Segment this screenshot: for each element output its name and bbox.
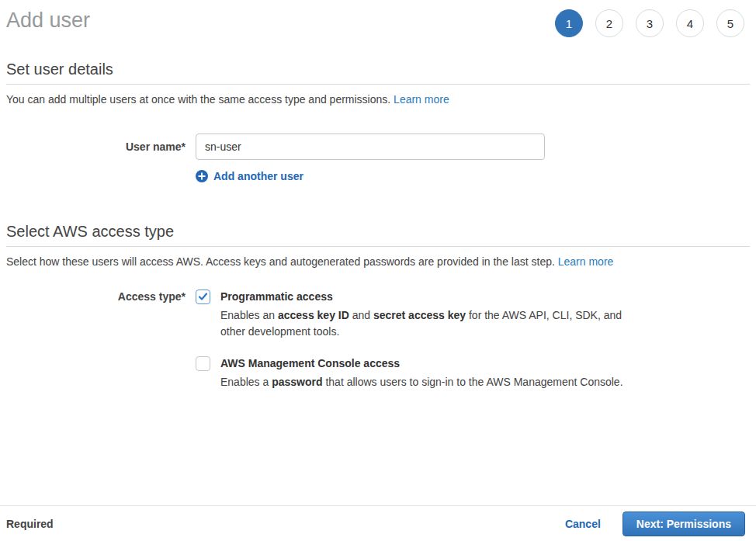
console-access-desc: Enables a password that allows users to … <box>220 374 623 390</box>
desc-fragment: Enables a <box>220 376 272 388</box>
desc-fragment-bold: password <box>272 376 322 388</box>
console-access-title: AWS Management Console access <box>220 356 623 371</box>
console-access-checkbox[interactable] <box>196 356 210 371</box>
footer-action-bar: Required Cancel Next: Permissions <box>0 505 756 541</box>
section-heading-user-details: Set user details <box>6 60 750 78</box>
step-1[interactable]: 1 <box>555 9 583 37</box>
programmatic-access-text: Programmatic access Enables an access ke… <box>220 290 630 340</box>
user-name-input[interactable] <box>196 134 545 160</box>
next-permissions-button[interactable]: Next: Permissions <box>622 512 745 536</box>
section-divider <box>6 246 750 247</box>
required-note: Required <box>6 518 54 530</box>
programmatic-access-checkbox[interactable] <box>196 290 210 304</box>
user-details-description-text: You can add multiple users at once with … <box>6 93 394 106</box>
learn-more-link-user-details[interactable]: Learn more <box>394 93 449 106</box>
user-name-label: User name* <box>6 140 186 153</box>
programmatic-access-title: Programmatic access <box>220 290 630 304</box>
desc-fragment: that allows users to sign-in to the AWS … <box>323 376 623 388</box>
page-title: Add user <box>6 8 90 33</box>
step-2[interactable]: 2 <box>595 9 623 37</box>
user-details-description: You can add multiple users at once with … <box>6 93 750 106</box>
user-name-row: User name* <box>6 134 750 160</box>
add-another-user-button[interactable]: Add another user <box>196 170 303 182</box>
plus-circle-icon <box>196 170 208 182</box>
access-type-row: Access type* Programmatic access Enables… <box>6 290 750 390</box>
access-type-description-text: Select how these users will access AWS. … <box>6 255 558 268</box>
programmatic-access-desc: Enables an access key ID and secret acce… <box>220 307 630 340</box>
page-content: Set user details You can add multiple us… <box>0 60 756 390</box>
access-type-description: Select how these users will access AWS. … <box>6 255 750 269</box>
cancel-button[interactable]: Cancel <box>565 518 601 530</box>
console-access-option: AWS Management Console access Enables a … <box>196 356 630 390</box>
step-3[interactable]: 3 <box>636 9 664 37</box>
section-heading-access-type: Select AWS access type <box>6 222 750 241</box>
step-indicator: 1 2 3 4 5 <box>555 9 744 37</box>
checkmark-icon <box>198 292 208 302</box>
programmatic-access-option: Programmatic access Enables an access ke… <box>196 290 630 340</box>
page-header: Add user 1 2 3 4 5 <box>0 0 756 37</box>
desc-fragment: Enables an <box>220 309 278 321</box>
desc-fragment-bold: access key ID <box>278 309 349 321</box>
add-another-user-row: Add another user <box>6 170 750 182</box>
learn-more-link-access-type[interactable]: Learn more <box>558 255 614 268</box>
add-another-user-label: Add another user <box>213 170 303 182</box>
step-5[interactable]: 5 <box>716 9 744 37</box>
access-type-options: Programmatic access Enables an access ke… <box>196 290 630 390</box>
desc-fragment: and <box>349 309 373 321</box>
section-divider <box>6 84 750 85</box>
step-4[interactable]: 4 <box>676 9 704 37</box>
console-access-text: AWS Management Console access Enables a … <box>220 356 623 390</box>
desc-fragment-bold: secret access key <box>373 309 466 321</box>
access-type-label: Access type* <box>6 290 186 303</box>
add-user-page: Add user 1 2 3 4 5 Set user details You … <box>0 0 756 541</box>
